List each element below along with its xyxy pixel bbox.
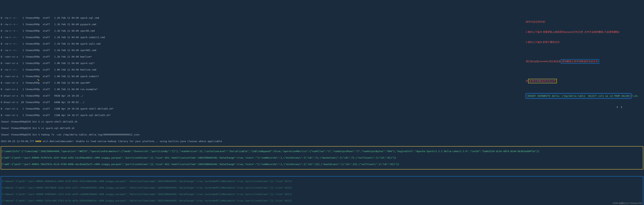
json-add-line: {"add":{"path":"part-00000-fefbfefe-3247… bbox=[2, 156, 642, 159]
warn-message: util.NativeCodeLoader: Unable to load na… bbox=[41, 140, 222, 143]
json-remove-block: {"remove":{"path":"part-00003-4940a0ca-e… bbox=[1, 176, 643, 205]
json-commit-line: {"commitInfo":{"timestamp":1682398644460… bbox=[2, 150, 642, 153]
sql-box: INSERT OVERWRITE delta.`/tmp/delta-table… bbox=[526, 93, 631, 99]
json-remove-line: {"remove":{"path":"part-00001-7a7eca0d-2… bbox=[2, 199, 642, 202]
note-line: 并新增当前数据所在的文件 bbox=[526, 79, 636, 83]
json-add-block: {"commitInfo":{"timestamp":1682398644460… bbox=[1, 146, 643, 170]
annotation-overlay: 操作日志记录内容: 1 相对上个版本 需要逻辑上移除那些parquet文件(注意… bbox=[526, 13, 636, 113]
terminal-output[interactable]: 8 -rw-r--r-- 1 thomas990p staff 1.1K Feb… bbox=[0, 13, 644, 205]
note-line: 1 相对上个版本 需要逻辑上移除那些parquet文件(注意: 文件不会物理删除… bbox=[526, 30, 636, 34]
watermark: CSDN @健忘主义·Thomas-6754 bbox=[612, 202, 642, 205]
json-add-line: {"add":{"path":"part-00001-f8e3f6fa-4114… bbox=[2, 163, 642, 166]
warn-line: 2023-04-25 12:59:06,777 WARN util.Native… bbox=[1, 140, 643, 143]
arrow-icons: ↑↑ bbox=[616, 105, 636, 109]
note-line: 我们的sql是overwrite,所以肯定是逻辑删除之前所有数据所在的文件 bbox=[526, 59, 636, 64]
sql-statement: INSERT OVERWRITE delta.`/tmp/delta-table… bbox=[527, 95, 639, 97]
json-remove-line: {"remove":{"path":"part-00003-4940a0ca-e… bbox=[2, 180, 642, 183]
shell-prompt: (base) thomas990p@192 bin % hadoop fs -c… bbox=[1, 133, 643, 136]
timestamp: 2023-04-25 12:59:06,777 bbox=[1, 140, 36, 143]
note-line: 2 相对上个版本 新增了哪些文件. bbox=[526, 41, 636, 44]
shell-prompt: (base) thomas990p@192 bin % vi spark-sql… bbox=[1, 127, 643, 130]
note-title: 操作日志记录内容: bbox=[526, 20, 636, 24]
highlight-blue: 逻辑删除之前所有数据所在的文件 bbox=[561, 59, 599, 64]
ls-line: 8 -rwxr-xr-x 1 thomas990p staff 216B Apr… bbox=[1, 114, 643, 117]
json-remove-line: {"remove":{"path":"part-00002-002f86e6-7… bbox=[2, 186, 642, 189]
highlight-yellow: 新增当前数据所在的文件 bbox=[528, 79, 557, 83]
json-remove-line: {"remove":{"path":"part-00000-59d504b3-c… bbox=[2, 192, 642, 196]
arrow-icon: ↘ bbox=[37, 77, 39, 82]
warn-label: WARN bbox=[36, 140, 41, 143]
shell-prompt: (base) thomas990p@192 bin % vi spark-she… bbox=[1, 120, 643, 123]
